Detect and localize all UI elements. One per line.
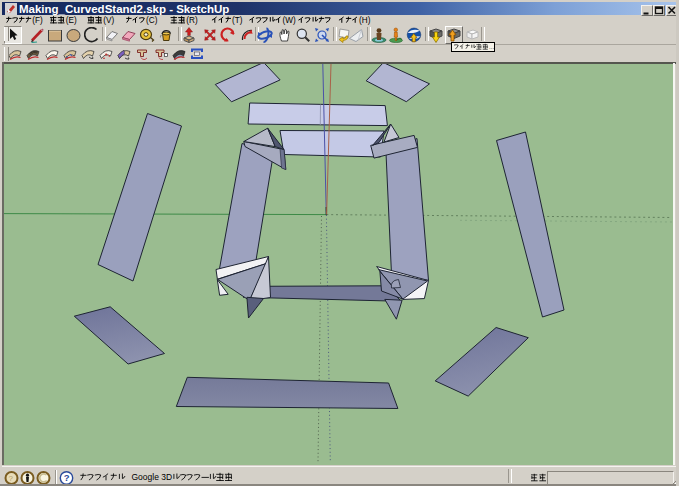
svg-text:(V): (V) [103, 16, 114, 25]
svg-text:(H): (H) [359, 16, 371, 25]
svg-text:...: ... [489, 44, 494, 50]
svg-text:?: ? [9, 474, 14, 483]
svg-text:(T): (T) [232, 16, 243, 25]
svg-text:(R): (R) [186, 16, 198, 25]
svg-text:(E): (E) [66, 16, 77, 25]
svg-text:(C): (C) [146, 16, 158, 25]
svg-text:Google 3D: Google 3D [132, 473, 173, 483]
svg-text:(W): (W) [283, 16, 296, 25]
svg-text:?: ? [64, 472, 70, 483]
svg-text:(F): (F) [32, 16, 43, 25]
